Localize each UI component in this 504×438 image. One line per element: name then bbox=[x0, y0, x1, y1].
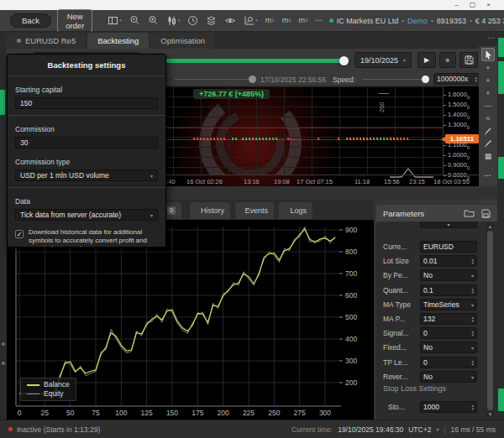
svg-text:200: 200 bbox=[345, 378, 357, 387]
timeframe-m1-button[interactable]: m1 bbox=[265, 15, 275, 26]
parameters-scrollbar[interactable]: ▲ ▼ bbox=[486, 223, 494, 418]
svg-text:400: 400 bbox=[345, 335, 357, 343]
time-tick: 11:18 bbox=[354, 178, 370, 185]
results-tab-history[interactable]: History bbox=[190, 202, 230, 219]
checkbox-checked-icon[interactable]: ✓ bbox=[15, 230, 24, 238]
results-tab-events[interactable]: Events bbox=[235, 202, 274, 219]
popup-title: Backtesting settings bbox=[8, 60, 165, 70]
download-data-checkbox-row[interactable]: ✓ Download historical data for additiona… bbox=[15, 228, 158, 248]
pointer-tool-icon[interactable] bbox=[481, 48, 495, 61]
stepper-arrows-icon[interactable]: ▴▾ bbox=[471, 287, 474, 294]
svg-text:600: 600 bbox=[345, 291, 357, 300]
parameter-spin-quant[interactable]: 0.1▴▾ bbox=[420, 284, 477, 296]
tick-dash bbox=[444, 165, 446, 166]
timeline-knob[interactable] bbox=[249, 76, 256, 83]
pattern-tool-icon[interactable]: ▦ bbox=[481, 150, 495, 162]
back-button[interactable]: Back bbox=[10, 13, 51, 28]
backtest-progress-bar[interactable] bbox=[146, 59, 344, 63]
clock-icon[interactable] bbox=[187, 15, 198, 26]
account-info[interactable]: IC Markets EU Ltd • Demo • 8919353 • € 4… bbox=[329, 17, 504, 25]
edge-dot-icon bbox=[2, 342, 5, 346]
save-parameters-icon[interactable] bbox=[481, 209, 491, 218]
chart-settings-icon[interactable]: ▾ bbox=[244, 15, 258, 26]
scroll-up-icon[interactable]: ▲ bbox=[488, 223, 493, 230]
time-tick: 18 Oct 03:55 bbox=[433, 178, 470, 185]
crosshair-box-tool-icon[interactable]: + bbox=[481, 87, 495, 99]
popup-input-starting-capital[interactable]: 150 bbox=[15, 97, 158, 109]
parameter-label-curre: Curre... bbox=[383, 242, 407, 251]
zoom-in-icon[interactable] bbox=[148, 15, 159, 26]
results-tab-logs[interactable]: Logs bbox=[279, 202, 312, 219]
wave-tool-icon[interactable]: ≈ bbox=[481, 112, 495, 124]
price-axis[interactable]: 1.16511 1.600001.500001.400001.300001.10… bbox=[443, 86, 479, 175]
parameter-label-by-pe: By Pe... bbox=[383, 271, 408, 279]
brush-tool-icon[interactable] bbox=[481, 138, 495, 149]
timeframe-m3-button[interactable]: m3 bbox=[299, 15, 308, 26]
play-button[interactable]: ▶ bbox=[417, 52, 436, 68]
layers-icon[interactable] bbox=[206, 15, 217, 26]
legend-label: Balance bbox=[44, 380, 70, 389]
timeline-track[interactable] bbox=[175, 79, 252, 80]
backtesting-settings-popup: Backtesting settings Starting capital150… bbox=[7, 54, 166, 248]
svg-text:225: 225 bbox=[243, 409, 255, 417]
layout-icon[interactable]: ▾ bbox=[108, 15, 122, 26]
end-date-select[interactable]: 19/10/2025 ▾ bbox=[354, 52, 412, 68]
parameter-spin-lot-size[interactable]: 0.01▴▾ bbox=[420, 255, 477, 267]
speed-slider-track[interactable] bbox=[363, 79, 425, 80]
stepper-arrows-icon[interactable]: ▴▾ bbox=[475, 76, 477, 82]
connection-status-dot bbox=[329, 18, 333, 23]
new-order-button[interactable]: New order bbox=[57, 9, 92, 33]
parameter-control-partial[interactable]: ▾ bbox=[420, 222, 477, 228]
close-button[interactable]: × bbox=[486, 1, 491, 9]
popup-select-data[interactable]: Tick data from server (accurate)▾ bbox=[15, 209, 158, 221]
workspace-tabbar: EURUSD Re5 Backtesting Optimisation ⋯ bbox=[0, 32, 504, 49]
parameter-select-by-pe[interactable]: No▾ bbox=[420, 269, 477, 281]
tab-symbol[interactable]: EURUSD Re5 bbox=[7, 33, 86, 49]
minimize-button[interactable]: – bbox=[454, 1, 458, 9]
maximize-button[interactable]: ▢ bbox=[470, 1, 476, 9]
chart-type-icon[interactable]: ▾ bbox=[166, 15, 181, 26]
parameter-spin-signal[interactable]: 0▴▾ bbox=[420, 327, 477, 339]
panel-handle-dots-icon[interactable]: ⋯ bbox=[487, 34, 496, 42]
tab-optimisation[interactable]: Optimisation bbox=[150, 33, 215, 49]
parameter-spin-sto[interactable]: 1000▴▾ bbox=[420, 401, 477, 413]
overflow-menu-icon[interactable]: ••• bbox=[315, 15, 323, 26]
stepper-arrows-icon[interactable]: ▴▾ bbox=[471, 315, 474, 322]
popup-select-commission-type[interactable]: USD per 1 mln USD volume▾ bbox=[15, 169, 158, 181]
parameter-input-curre[interactable]: EURUSD bbox=[420, 241, 477, 253]
speed-slider-knob[interactable] bbox=[422, 76, 429, 83]
scroll-down-icon[interactable]: ▼ bbox=[488, 411, 493, 418]
parameter-select-ma-type[interactable]: TimeSeries▾ bbox=[420, 299, 477, 310]
stepper-arrows-icon[interactable]: ▴▾ bbox=[471, 404, 474, 410]
more-tools-icon[interactable]: ••• bbox=[481, 169, 495, 181]
stepper-arrows-icon[interactable]: ▴▾ bbox=[471, 330, 474, 336]
tab-backtesting[interactable]: Backtesting bbox=[87, 33, 149, 49]
pencil-tool-icon[interactable] bbox=[481, 125, 495, 137]
horizontal-line-tool-icon[interactable]: — bbox=[481, 100, 495, 112]
save-report-button[interactable] bbox=[459, 52, 478, 68]
parameter-spin-tp-le[interactable]: 0▴▾ bbox=[420, 357, 477, 368]
timezone-value[interactable]: UTC+2 bbox=[408, 425, 431, 434]
legend-balance: Balance bbox=[27, 380, 70, 389]
stop-button[interactable]: ■ bbox=[439, 52, 456, 68]
parameters-title: Parameters bbox=[383, 209, 424, 218]
speed-value: 1000000x bbox=[437, 75, 468, 83]
parameter-value: EURUSD bbox=[423, 242, 454, 251]
parameter-select-rever[interactable]: No▾ bbox=[420, 371, 477, 383]
parameter-spin-ma-p[interactable]: 132▴▾ bbox=[420, 313, 477, 325]
crosshair-tool-icon[interactable]: + bbox=[481, 62, 495, 74]
stepper-arrows-icon[interactable]: ▴▾ bbox=[471, 359, 474, 366]
load-parameters-icon[interactable] bbox=[464, 209, 475, 217]
speed-value-stepper[interactable]: 1000000x ▴▾ bbox=[433, 73, 480, 85]
popup-input-commission[interactable]: 30 bbox=[15, 137, 158, 149]
progress-knob[interactable] bbox=[339, 56, 349, 65]
timeframe-m2-button[interactable]: m2 bbox=[282, 15, 291, 26]
parameter-select-fixed[interactable]: No▾ bbox=[420, 342, 477, 353]
crosshair-dot-tool-icon[interactable]: + bbox=[481, 75, 495, 86]
svg-text:175: 175 bbox=[192, 409, 203, 417]
stepper-arrows-icon[interactable]: ▴▾ bbox=[471, 258, 474, 264]
tick-subdigit: 0 bbox=[467, 125, 470, 130]
eye-icon[interactable] bbox=[224, 15, 236, 26]
scrollbar-thumb[interactable] bbox=[487, 231, 493, 410]
zoom-out-icon[interactable] bbox=[129, 15, 140, 26]
